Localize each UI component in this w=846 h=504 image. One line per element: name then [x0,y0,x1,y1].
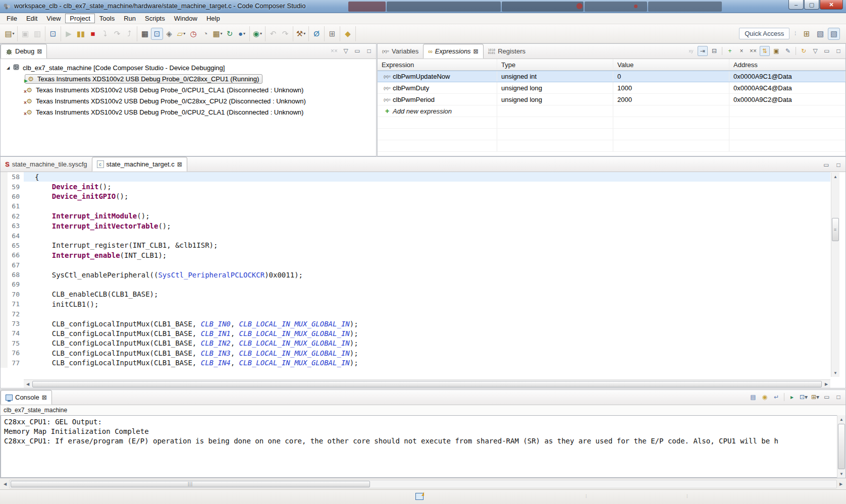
menu-file[interactable]: File [2,14,22,23]
code-line-74[interactable]: 74 CLB_configLocalInputMux(CLB1_BASE, CL… [1,328,830,338]
save-icon[interactable]: ▣ [19,28,31,40]
search-icon[interactable]: Ø [310,28,323,40]
load-program-icon[interactable]: ▱▾ [175,28,187,40]
menu-project[interactable]: Project [65,14,94,23]
editor-horizontal-scrollbar[interactable]: ◀ ▶ [24,379,830,388]
remove-all-expressions-icon[interactable]: ×× [748,46,758,56]
code-line-72[interactable]: 72 [1,309,830,318]
code-line-71[interactable]: 71 initCLB1(); [1,299,830,309]
ccs-edit-perspective-icon[interactable]: ▧ [814,28,826,40]
menu-tools[interactable]: Tools [95,14,119,23]
dropdown-arrow-icon[interactable]: ▾ [260,31,262,36]
scroll-down-icon[interactable]: ▼ [831,369,839,377]
close-icon[interactable]: ⊠ [177,161,182,168]
pin-view-icon[interactable]: ✎ [783,46,793,56]
remove-expression-icon[interactable]: × [736,46,747,56]
minimize-icon[interactable]: ▭ [822,392,832,402]
quick-access-button[interactable]: Quick Access [739,28,789,39]
show-logical-structure-icon[interactable]: ⇥ [698,46,708,56]
restart-icon[interactable]: ↻ [224,28,236,40]
code-line-70[interactable]: 70 CLB_enableCLB(CLB1_BASE); [1,290,830,299]
minimize-icon[interactable]: ▭ [352,46,362,56]
pause-icon[interactable]: ▮▮ [75,28,87,40]
column-header-value[interactable]: Value [613,59,729,70]
scroll-left-icon[interactable]: ◀ [24,380,32,388]
scroll-right-icon[interactable]: ▶ [822,380,830,388]
code-editor[interactable]: 58{59 Device_init();60 Device_initGPIO()… [1,172,830,377]
scroll-left-icon[interactable]: ◀ [1,480,9,488]
code-line-60[interactable]: 60 Device_initGPIO(); [1,192,830,201]
expression-row[interactable]: (x)=clbPwmDutyunsigned long10000x0000A9C… [378,82,845,94]
profile-clock-icon[interactable]: ◷ [187,28,199,40]
refresh-target-icon[interactable]: ●▾ [236,28,248,40]
expression-row[interactable]: (x)=clbPwmPeriodunsigned long20000x0000A… [378,94,845,105]
memory-browser-icon[interactable]: ▦ [139,28,151,40]
resume-icon[interactable]: ▶ [63,28,75,40]
remove-all-terminated-icon[interactable]: ×× [329,46,339,56]
save-all-icon[interactable]: ▥ [31,28,43,40]
dropdown-arrow-icon[interactable]: ▾ [13,31,15,36]
maximize-icon[interactable]: □ [833,392,843,402]
clear-console-icon[interactable]: ▤ [748,392,758,402]
menu-run[interactable]: Run [119,14,140,23]
build-icon[interactable]: ⚒▾ [295,28,307,40]
add-expression-icon[interactable]: + [725,46,735,56]
console-vscroll-thumb[interactable] [838,424,845,469]
console-vertical-scrollbar[interactable]: ▲ ▼ [837,415,845,478]
tab-state_machine_target.c[interactable]: cstate_machine_target.c⊠ [92,157,187,172]
close-icon[interactable]: ⊠ [37,48,42,55]
code-line-62[interactable]: 62 Interrupt_initModule(); [1,211,830,221]
display-selected-console-icon[interactable]: ⊡▾ [799,392,809,402]
step-return-icon[interactable]: ⤴ [123,28,135,40]
code-line-59[interactable]: 59 Device_init(); [1,182,830,191]
forward-icon[interactable]: ↷ [279,28,291,40]
new-expressions-view-icon[interactable]: ▣ [771,46,781,56]
back-icon[interactable]: ↶ [267,28,279,40]
dropdown-arrow-icon[interactable]: ▾ [303,31,305,36]
scroll-right-icon[interactable]: ▶ [837,480,845,488]
column-header-type[interactable]: Type [497,59,613,70]
menu-window[interactable]: Window [170,14,202,23]
debug-launch-icon[interactable]: ◉▾ [251,28,263,40]
code-line-58[interactable]: 58{ [1,172,830,182]
mark-occurrences-icon[interactable]: ◆ [342,28,354,40]
menu-scripts[interactable]: Scripts [140,14,170,23]
maximize-icon[interactable]: □ [833,46,843,56]
editor-hscroll-thumb[interactable] [32,381,822,387]
minimize-icon[interactable]: ▭ [822,46,832,56]
connect-chip-icon[interactable]: ▦▾ [212,28,224,40]
code-line-69[interactable]: 69 [1,279,830,289]
status-notification-icon[interactable] [415,493,424,500]
tab-variables[interactable]: (x)=Variables [378,44,423,59]
code-line-63[interactable]: 63 Interrupt_initVectorTable(); [1,221,830,231]
dropdown-arrow-icon[interactable]: ▾ [183,31,185,36]
tab-registers[interactable]: 10100101Registers [484,44,530,59]
open-perspective-icon[interactable]: ⊞ [801,28,813,40]
maximize-icon[interactable]: □ [833,160,843,170]
code-line-75[interactable]: 75 CLB_configLocalInputMux(CLB1_BASE, CL… [1,339,830,348]
step-over-icon[interactable]: ↷ [111,28,123,40]
debug-tree-row[interactable]: ⚙×Texas Instruments XDS100v2 USB Debug P… [1,95,376,106]
dropdown-arrow-icon[interactable]: ▾ [243,31,245,36]
maximize-window-button[interactable]: ▢ [804,0,819,10]
code-line-77[interactable]: 77 CLB_configLocalInputMux(CLB1_BASE, CL… [1,358,830,367]
show-type-names-icon[interactable]: xy [686,46,696,56]
tab-debug[interactable]: Debug ⊠ [1,44,47,59]
console-output[interactable]: C28xx_CPU1: GEL Output:Memory Map Initia… [1,415,845,478]
scroll-lock-icon[interactable]: ◉ [760,392,770,402]
close-icon[interactable]: ⊠ [473,48,479,55]
editor-vscroll-thumb[interactable]: ≡ [832,218,839,241]
add-new-expression-row[interactable]: +Add new expression [378,105,845,117]
console-hscroll-thumb[interactable]: ||| [11,481,370,487]
close-window-button[interactable]: ✕ [820,0,843,10]
close-icon[interactable]: ⊠ [42,394,47,401]
code-line-73[interactable]: 73 CLB_configLocalInputMux(CLB1_BASE, CL… [1,319,830,328]
word-wrap-icon[interactable]: ↵ [771,392,781,402]
tab-state_machine_tile.syscfg[interactable]: Sstate_machine_tile.syscfg [1,157,92,172]
refresh-expressions-icon[interactable]: ⇅ [760,46,770,56]
code-line-65[interactable]: 65 Interrupt_register(INT_CLB1, &clb1ISR… [1,241,830,250]
dropdown-arrow-icon[interactable]: ▾ [805,394,808,401]
tab-expressions[interactable]: ∞Expressions⊠ [423,44,483,59]
scroll-up-icon[interactable]: ▲ [837,415,845,423]
collapse-all-icon[interactable]: ⊟ [709,46,719,56]
